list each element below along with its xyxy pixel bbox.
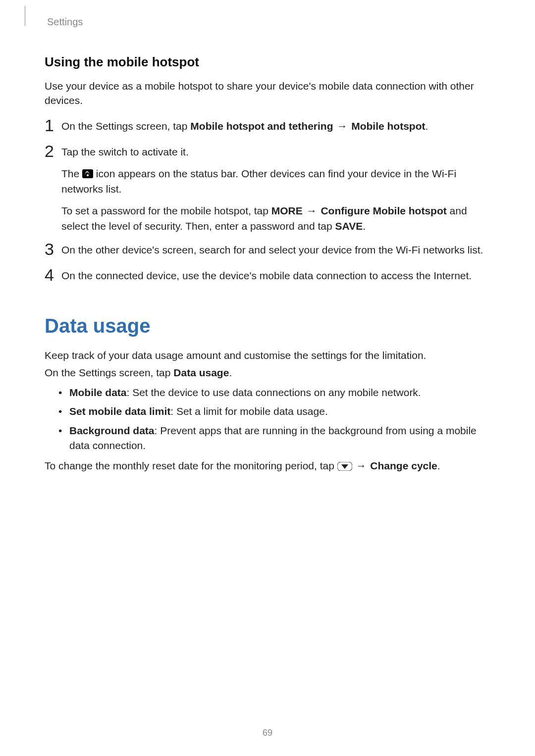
bold-text: Change cycle bbox=[370, 460, 437, 471]
text: . bbox=[363, 220, 366, 232]
list-item: Mobile data: Set the device to use data … bbox=[58, 385, 490, 400]
arrow-text: → bbox=[334, 120, 350, 132]
step-body: On the other device's screen, search for… bbox=[61, 243, 490, 257]
page-number: 69 bbox=[0, 728, 535, 738]
text: . bbox=[437, 460, 440, 471]
list-item: Set mobile data limit: Set a limit for m… bbox=[58, 404, 490, 419]
hotspot-steps-list: 1 On the Settings screen, tap Mobile hot… bbox=[45, 119, 490, 285]
bullet-text: : Set a limit for mobile data usage. bbox=[170, 405, 328, 417]
bullet-label: Mobile data bbox=[69, 387, 127, 398]
text: On the Settings screen, tap bbox=[61, 120, 190, 132]
data-usage-bullet-list: Mobile data: Set the device to use data … bbox=[45, 385, 490, 454]
header-divider bbox=[25, 6, 25, 26]
step-number: 2 bbox=[45, 143, 61, 159]
step-number: 4 bbox=[45, 266, 61, 283]
dropdown-triangle-icon bbox=[337, 462, 352, 471]
step-number: 3 bbox=[45, 241, 61, 257]
text: On the Settings screen, tap bbox=[45, 367, 173, 378]
text: To set a password for the mobile hotspot… bbox=[61, 205, 271, 216]
bold-text: SAVE bbox=[335, 220, 363, 232]
text: . bbox=[425, 120, 428, 132]
text: On the other device's screen, search for… bbox=[61, 243, 490, 257]
hotspot-status-icon bbox=[82, 169, 93, 178]
bold-text: Configure Mobile hotspot bbox=[321, 205, 446, 216]
arrow-text: → bbox=[353, 460, 370, 471]
step-2: 2 Tap the switch to activate it. The ico… bbox=[45, 145, 490, 234]
text: icon appears on the status bar. Other de… bbox=[61, 168, 456, 194]
svg-marker-1 bbox=[341, 464, 348, 469]
text: On the connected device, use the device'… bbox=[61, 268, 490, 283]
step-1: 1 On the Settings screen, tap Mobile hot… bbox=[45, 119, 490, 136]
bold-text: Data usage bbox=[173, 367, 229, 378]
bullet-text: : Set the device to use data connections… bbox=[127, 387, 421, 398]
step-body: Tap the switch to activate it. The icon … bbox=[61, 145, 490, 234]
bullet-label: Background data bbox=[69, 425, 155, 436]
bold-text: Mobile hotspot bbox=[351, 120, 425, 132]
text: The bbox=[61, 168, 82, 179]
step-4: 4 On the connected device, use the devic… bbox=[45, 268, 490, 285]
arrow-text: → bbox=[304, 205, 320, 216]
header-section-label: Settings bbox=[47, 16, 83, 28]
bold-text: Mobile hotspot and tethering bbox=[190, 120, 333, 132]
step-3: 3 On the other device's screen, search f… bbox=[45, 243, 490, 259]
data-usage-footer: To change the monthly reset date for the… bbox=[45, 458, 490, 473]
text: To change the monthly reset date for the… bbox=[45, 460, 337, 471]
hotspot-intro: Use your device as a mobile hotspot to s… bbox=[45, 79, 490, 108]
data-usage-intro-1: Keep track of your data usage amount and… bbox=[45, 348, 490, 362]
bullet-label: Set mobile data limit bbox=[69, 405, 170, 417]
bold-text: MORE bbox=[271, 205, 303, 216]
data-usage-heading: Data usage bbox=[45, 315, 490, 337]
list-item: Background data: Prevent apps that are r… bbox=[58, 423, 490, 454]
text: . bbox=[229, 367, 232, 378]
hotspot-heading: Using the mobile hotspot bbox=[45, 54, 490, 70]
step-number: 1 bbox=[45, 117, 61, 134]
step-body: On the Settings screen, tap Mobile hotsp… bbox=[61, 119, 490, 134]
step-body: On the connected device, use the device'… bbox=[61, 268, 490, 283]
text: Tap the switch to activate it. bbox=[61, 145, 490, 159]
